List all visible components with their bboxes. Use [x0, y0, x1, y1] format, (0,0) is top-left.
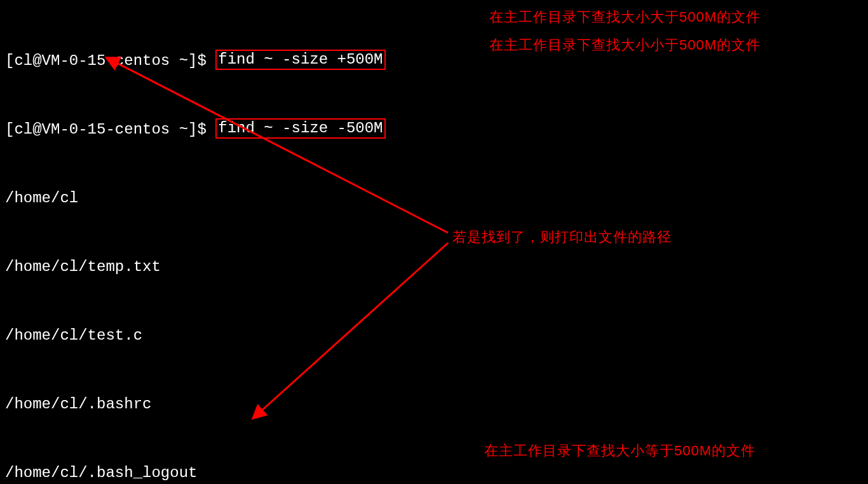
annotation-3: 若是找到了，则打印出文件的路径: [452, 228, 672, 247]
annotation-2: 在主工作目录下查找大小小于500M的文件: [489, 36, 761, 55]
annotation-1: 在主工作目录下查找大小大于500M的文件: [489, 8, 761, 27]
output-line: /home/cl/.bash_logout: [5, 462, 863, 484]
prompt: [cl@VM-0-15-centos ~]$: [5, 121, 215, 138]
output-line: /home/cl/.bashrc: [5, 393, 863, 416]
output-line: /home/cl/temp.txt: [5, 256, 863, 279]
command-line-2: [cl@VM-0-15-centos ~]$ find ~ -size -500…: [5, 118, 863, 141]
prompt: [cl@VM-0-15-centos ~]$: [5, 52, 215, 69]
output-line: /home/cl: [5, 187, 863, 210]
highlighted-command-1: find ~ -size +500M: [215, 50, 385, 70]
annotation-4: 在主工作目录下查找大小等于500M的文件: [484, 441, 756, 460]
highlighted-command-2: find ~ -size -500M: [215, 118, 385, 139]
output-line: /home/cl/test.c: [5, 324, 863, 347]
terminal-output: [cl@VM-0-15-centos ~]$ find ~ -size +500…: [0, 0, 868, 484]
